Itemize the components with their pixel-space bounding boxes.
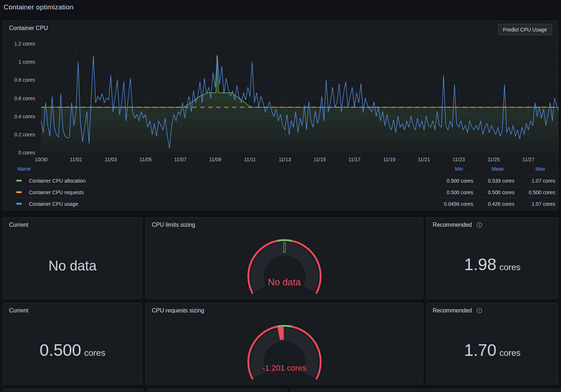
requests-mean: 0.500 cores <box>473 189 514 195</box>
info-icon[interactable] <box>476 308 482 314</box>
usage-series-swatch <box>16 203 22 205</box>
y-axis-tick: 0.4 cores <box>4 113 35 120</box>
x-axis-tick: 11/19 <box>378 156 400 163</box>
partial-panel <box>291 389 561 392</box>
cpu-requests-sizing-panel: CPU requests sizing -1.201 cores <box>146 303 423 384</box>
current-request-panel: Current 0.500cores <box>3 303 142 384</box>
panel-title-current[interactable]: Current <box>9 307 28 314</box>
partial-panel <box>147 389 287 392</box>
allocation-min: 0.500 cores <box>419 178 473 184</box>
x-axis-tick: 11/17 <box>344 156 365 163</box>
legend-label: Container CPU usage <box>29 201 78 207</box>
x-axis-tick: 11/01 <box>65 156 87 163</box>
stat-unit: cores <box>84 348 106 358</box>
y-axis-tick: 1.2 cores <box>4 40 35 47</box>
stat-unit: cores <box>499 348 521 358</box>
page-title: Container optimization <box>4 3 73 11</box>
partial-panel <box>3 389 144 392</box>
predict-cpu-usage-button[interactable]: Predict CPU Usage <box>498 24 552 35</box>
legend-sort-name[interactable]: Name <box>9 166 419 172</box>
current-limit-value: No data <box>3 258 142 274</box>
gauge-threshold-marker <box>283 243 285 252</box>
stat-number: 1.70 <box>464 341 497 359</box>
allocation-series-swatch <box>16 180 22 182</box>
cpu-requests-gauge-value: -1.201 cores <box>146 363 423 373</box>
x-axis-tick: 11/23 <box>448 156 470 163</box>
stat-number: 1.98 <box>464 255 497 274</box>
panel-title-recommended[interactable]: Recommended <box>433 307 472 314</box>
gauge-green-segment <box>277 240 292 241</box>
cpu-requests-gauge <box>241 324 328 385</box>
current-limit-panel: Current No data <box>3 217 142 299</box>
allocation-mean: 0.539 cores <box>473 178 514 184</box>
requests-series-swatch <box>16 191 22 193</box>
legend-sort-mean[interactable]: Mean <box>473 166 514 172</box>
legend-series-allocation[interactable]: Container CPU allocation <box>9 178 419 184</box>
legend-table: Name Min Mean Max Container CPU allocati… <box>9 163 555 209</box>
legend-row-usage: Container CPU usage 0.0456 cores 0.426 c… <box>9 198 555 209</box>
cpu-limits-gauge-value: No data <box>146 277 423 288</box>
legend-label: Container CPU allocation <box>29 178 86 184</box>
legend-series-usage[interactable]: Container CPU usage <box>9 201 419 207</box>
panel-title-container-cpu[interactable]: Container CPU <box>9 25 48 31</box>
x-axis-tick: 10/30 <box>30 156 52 163</box>
recommended-limit-panel: Recommended 1.98cores <box>427 217 558 299</box>
requests-max: 0.500 cores <box>514 189 555 195</box>
x-axis-tick: 11/11 <box>239 156 261 163</box>
y-axis-tick: 0.6 cores <box>4 95 35 102</box>
legend-sort-min[interactable]: Min <box>419 166 473 172</box>
x-axis-tick: 11/27 <box>518 156 539 163</box>
x-axis-tick: 11/21 <box>413 156 435 163</box>
allocation-max: 1.07 cores <box>514 178 555 184</box>
gauge-green-segment <box>277 326 292 327</box>
y-axis-tick: 0.8 cores <box>4 76 35 84</box>
x-axis-tick: 11/13 <box>274 156 296 163</box>
stat-number: 0.500 <box>40 341 81 359</box>
recommended-request-value: 1.70cores <box>427 342 558 361</box>
panel-title-cpu-requests-sizing[interactable]: CPU requests sizing <box>152 307 204 314</box>
legend-row-requests: Container CPU requests 0.500 cores 0.500… <box>9 186 555 198</box>
panel-title-recommended[interactable]: Recommended <box>433 222 472 228</box>
x-axis-tick: 11/09 <box>204 156 226 163</box>
x-axis-tick: 11/15 <box>309 156 330 163</box>
usage-min: 0.0456 cores <box>419 201 473 207</box>
x-axis-tick: 11/03 <box>100 156 122 163</box>
x-axis-tick: 11/07 <box>170 156 191 163</box>
usage-max: 1.07 cores <box>514 201 555 207</box>
y-axis-tick: 1 cores <box>4 58 35 65</box>
legend-row-allocation: Container CPU allocation 0.500 cores 0.5… <box>9 175 555 186</box>
legend-series-requests[interactable]: Container CPU requests <box>9 189 419 195</box>
x-axis-tick: 11/05 <box>135 156 157 163</box>
stat-unit: cores <box>499 262 521 272</box>
legend-sort-max[interactable]: Max <box>514 166 555 172</box>
current-request-value: 0.500cores <box>3 342 142 361</box>
recommended-request-panel: Recommended 1.70cores <box>427 303 558 384</box>
legend-label: Container CPU requests <box>29 189 84 195</box>
usage-mean: 0.426 cores <box>473 201 514 207</box>
info-icon[interactable] <box>476 222 482 228</box>
cpu-limits-gauge <box>241 238 328 300</box>
y-axis-tick: 0 cores <box>4 149 35 156</box>
panel-title-cpu-limits-sizing[interactable]: CPU limits sizing <box>152 222 195 228</box>
container-cpu-panel: Container CPU Predict CPU Usage 1.2 core… <box>3 21 558 210</box>
legend-header-row: Name Min Mean Max <box>9 163 555 175</box>
x-axis-tick: 11/25 <box>483 156 505 163</box>
panel-title-current[interactable]: Current <box>9 222 28 228</box>
cpu-limits-sizing-panel: CPU limits sizing No data <box>146 217 423 299</box>
y-axis-tick: 0.2 cores <box>4 131 35 138</box>
requests-min: 0.500 cores <box>419 189 473 195</box>
recommended-limit-value: 1.98cores <box>427 256 558 276</box>
cpu-time-series-chart[interactable] <box>38 44 558 153</box>
